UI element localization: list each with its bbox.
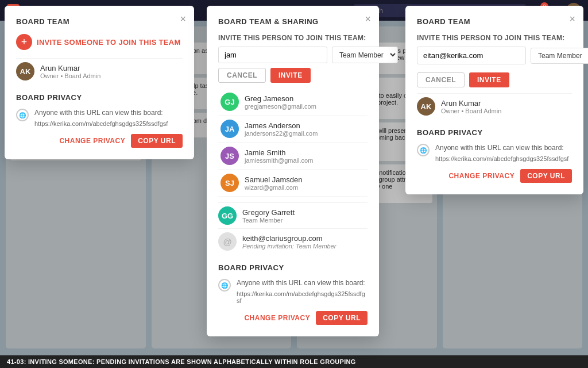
privacy-info: Anyone with this URL can view this board… (34, 108, 168, 127)
dialog-title: BOARD TEAM & SHARING (218, 17, 368, 26)
privacy-url: https://kerika.com/m/abcdefghsgdgs325fss… (237, 290, 368, 304)
privacy-info: Anyone with this URL can view this board… (237, 278, 368, 304)
member-name: Arun Kumar (40, 64, 183, 72)
member-avatar: GG (218, 206, 237, 225)
suggestion-list: GJ Greg Jameson gregjameson@gmail.com JA… (218, 89, 368, 197)
section-privacy-title: BOARD PRIVACY (417, 128, 572, 137)
invite-actions: CANCEL INVITE (417, 72, 572, 87)
privacy-text: Anyone with this URL can view this board… (435, 143, 568, 153)
privacy-globe-icon: 🌐 (417, 144, 430, 156)
privacy-info: Anyone with this URL can view this board… (435, 143, 568, 162)
invite-email-input[interactable] (417, 47, 526, 64)
invite-input[interactable] (218, 47, 327, 63)
member-info: Arun Kumar Owner • Board Admin (441, 99, 572, 114)
suggestion-name: Greg Jameson (245, 94, 316, 103)
member-avatar: AK (16, 62, 34, 80)
suggestion-email: wizard@gmail.com (245, 184, 302, 191)
cancel-button[interactable]: CANCEL (218, 68, 266, 83)
suggestion-email: jandersons22@gmail.com (245, 130, 318, 137)
privacy-actions: CHANGE PRIVACY COPY URL (417, 169, 572, 183)
member-info: Arun Kumar Owner • Board Admin (40, 64, 183, 79)
invite-input-row: Team Member Board Admin Observer (218, 47, 368, 63)
privacy-text: Anyone with this URL can view this board… (237, 278, 368, 288)
privacy-globe-icon: 🌐 (218, 279, 231, 292)
dialog-board-team-sharing: BOARD TEAM & SHARING × INVITE THIS PERSO… (207, 6, 379, 336)
member-info: Gregory Garrett Team Member (242, 208, 368, 224)
pending-status: Pending invitation: Team Member (242, 243, 368, 250)
suggestion-avatar: SJ (220, 174, 239, 192)
suggestion-name: James Anderson (245, 121, 318, 130)
change-privacy-button[interactable]: CHANGE PRIVACY (244, 314, 310, 322)
invite-subtitle: INVITE THIS PERSON TO JOIN THIS TEAM: (417, 34, 572, 42)
suggestion-item[interactable]: GJ Greg Jameson gregjameson@gmail.com (218, 89, 368, 116)
invite-label[interactable]: INVITE SOMEONE TO JOIN THIS TEAM (37, 38, 181, 47)
suggestion-item[interactable]: JS Jamie Smith jamiessmith@gmail.com (218, 143, 368, 170)
member-row: AK Arun Kumar Owner • Board Admin (16, 58, 183, 84)
suggestion-info: Greg Jameson gregjameson@gmail.com (245, 94, 316, 110)
privacy-actions: CHANGE PRIVACY COPY URL (218, 311, 368, 325)
privacy-row: 🌐 Anyone with this URL can view this boa… (417, 143, 572, 162)
dialog-title: BOARD TEAM (16, 17, 183, 26)
dialog-title: BOARD TEAM (417, 17, 572, 26)
close-button[interactable]: × (365, 14, 371, 24)
member-name: Gregory Garrett (242, 208, 368, 217)
suggestion-info: Samuel Jamsden wizard@gmail.com (245, 175, 302, 191)
pending-email: keith@clariusgroup.com (242, 234, 368, 243)
member-name: Arun Kumar (441, 99, 572, 108)
privacy-url: https://kerika.com/m/abcdefghsgdgs325fss… (34, 120, 168, 127)
suggestion-name: Samuel Jamsden (245, 175, 302, 184)
suggestion-item[interactable]: JA James Anderson jandersons22@gmail.com (218, 116, 368, 143)
copy-url-button[interactable]: COPY URL (131, 134, 183, 148)
section-privacy-title: BOARD PRIVACY (218, 263, 368, 272)
pending-info: keith@clariusgroup.com Pending invitatio… (242, 234, 368, 250)
dialog-board-team-right: BOARD TEAM × INVITE THIS PERSON TO JOIN … (405, 6, 583, 194)
change-privacy-button[interactable]: CHANGE PRIVACY (59, 137, 125, 145)
privacy-row: 🌐 Anyone with this URL can view this boa… (218, 278, 368, 304)
privacy-row: 🌐 Anyone with this URL can view this boa… (16, 108, 183, 127)
suggestion-info: James Anderson jandersons22@gmail.com (245, 121, 318, 137)
member-avatar: AK (417, 97, 435, 116)
bottom-bar: 41-03: INVITING SOMEONE: PENDING INVITAT… (0, 355, 588, 368)
member-row: AK Arun Kumar Owner • Board Admin (417, 93, 572, 119)
privacy-actions: CHANGE PRIVACY COPY URL (16, 134, 183, 148)
suggestion-avatar: JS (220, 147, 239, 165)
invite-button[interactable]: INVITE (270, 68, 311, 83)
member-role: Team Member (242, 217, 368, 224)
member-role: Owner • Board Admin (40, 72, 183, 79)
right-invite-row: Team Member Board Admin Observer (417, 47, 572, 64)
pending-avatar: @ (218, 232, 237, 251)
invite-plus-icon[interactable]: + (16, 34, 32, 50)
invite-subtitle: INVITE THIS PERSON TO JOIN THIS TEAM: (218, 34, 368, 42)
suggestion-email: jamiessmith@gmail.com (245, 157, 313, 164)
suggestion-avatar: JA (220, 120, 239, 138)
invite-button[interactable]: INVITE (469, 72, 509, 87)
close-button[interactable]: × (569, 14, 575, 24)
dialog-board-team-left: BOARD TEAM × + INVITE SOMEONE TO JOIN TH… (5, 6, 194, 159)
member-row: GG Gregory Garrett Team Member (218, 202, 368, 228)
suggestion-name: Jamie Smith (245, 148, 313, 157)
invite-row[interactable]: + INVITE SOMEONE TO JOIN THIS TEAM (16, 34, 183, 50)
suggestion-info: Jamie Smith jamiessmith@gmail.com (245, 148, 313, 164)
copy-url-button[interactable]: COPY URL (520, 169, 572, 183)
suggestion-avatar: GJ (220, 93, 239, 111)
role-select[interactable]: Team Member Board Admin Observer (531, 48, 588, 64)
suggestion-email: gregjameson@gmail.com (245, 103, 316, 110)
invite-actions: CANCEL INVITE (218, 68, 368, 83)
privacy-url: https://kerika.com/m/abcdefghsgdgs325fss… (435, 155, 568, 162)
member-role: Owner • Board Admin (441, 108, 572, 114)
privacy-text: Anyone with this URL can view this board… (34, 108, 168, 118)
cancel-button[interactable]: CANCEL (417, 72, 465, 87)
copy-url-button[interactable]: COPY URL (316, 311, 368, 325)
privacy-globe-icon: 🌐 (16, 109, 29, 121)
suggestion-item[interactable]: SJ Samuel Jamsden wizard@gmail.com (218, 170, 368, 197)
section-privacy-title: BOARD PRIVACY (16, 93, 183, 102)
change-privacy-button[interactable]: CHANGE PRIVACY (448, 172, 514, 180)
close-button[interactable]: × (180, 14, 186, 24)
pending-row: @ keith@clariusgroup.com Pending invitat… (218, 228, 368, 254)
role-select[interactable]: Team Member Board Admin Observer (332, 47, 398, 63)
bottom-bar-text: 41-03: INVITING SOMEONE: PENDING INVITAT… (7, 358, 356, 365)
